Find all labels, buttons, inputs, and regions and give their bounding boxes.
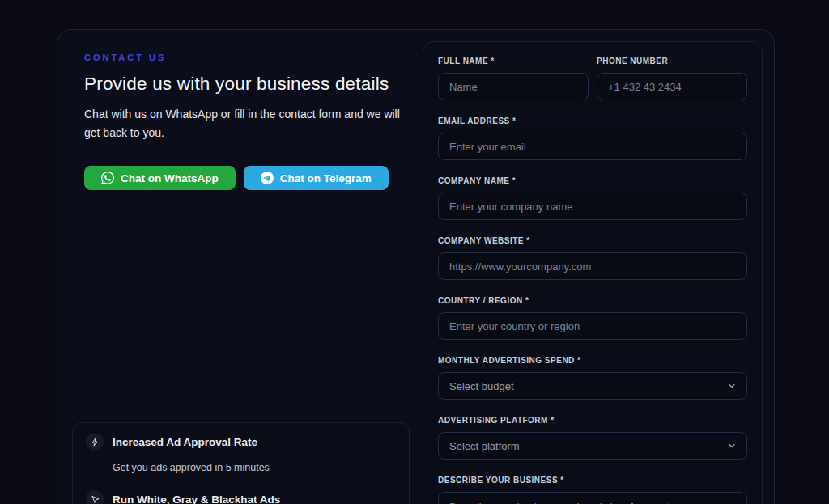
feature-item: Run White, Gray & Blackhat Ads	[86, 490, 396, 504]
ad-platform-label: ADVERTISING PLATFORM *	[438, 416, 747, 425]
page-title: Provide us with your business details	[84, 74, 424, 95]
ad-platform-select[interactable]: Select platform	[438, 432, 747, 460]
monthly-spend-label: MONTHLY ADVERTISING SPEND *	[438, 356, 747, 365]
company-name-label: COMPANY NAME *	[438, 176, 747, 185]
chevron-down-icon	[727, 441, 737, 451]
phone-number-input[interactable]	[597, 73, 747, 100]
whatsapp-icon	[101, 172, 114, 184]
chat-buttons: Chat on WhatsApp Chat on Telegram	[84, 166, 424, 190]
feature-title: Increased Ad Approval Rate	[113, 433, 270, 448]
chat-telegram-button[interactable]: Chat on Telegram	[244, 166, 389, 190]
contact-section: CONTACT US Provide us with your business…	[57, 29, 775, 504]
intro-description: Chat with us on WhatsApp or fill in the …	[84, 105, 406, 142]
country-region-input[interactable]	[438, 312, 747, 340]
email-label: EMAIL ADDRESS *	[438, 116, 747, 125]
monthly-spend-value: Select budget	[449, 380, 514, 392]
email-input[interactable]	[438, 133, 747, 160]
company-name-input[interactable]	[438, 193, 747, 220]
chat-telegram-label: Chat on Telegram	[280, 172, 372, 184]
contact-intro: CONTACT US Provide us with your business…	[84, 53, 424, 190]
cursor-icon	[86, 490, 104, 504]
feature-title: Run White, Gray & Blackhat Ads	[113, 490, 280, 504]
lightning-icon	[86, 433, 104, 451]
ad-platform-value: Select platform	[449, 440, 520, 452]
monthly-spend-select[interactable]: Select budget	[438, 372, 747, 400]
company-website-label: COMPANY WEBSITE *	[438, 236, 747, 245]
chat-whatsapp-button[interactable]: Chat on WhatsApp	[84, 166, 236, 190]
describe-business-label: DESCRIBE YOUR BUSINESS *	[438, 476, 747, 485]
contact-form: FULL NAME * PHONE NUMBER EMAIL ADDRESS *…	[423, 41, 763, 504]
telegram-icon	[261, 172, 274, 184]
full-name-input[interactable]	[438, 73, 589, 100]
country-region-label: COUNTRY / REGION *	[438, 296, 747, 305]
feature-subtitle: Get you ads approved in 5 minutes	[113, 462, 270, 473]
features-card: Increased Ad Approval Rate Get you ads a…	[72, 422, 410, 504]
eyebrow-label: CONTACT US	[84, 53, 424, 62]
full-name-label: FULL NAME *	[438, 57, 589, 66]
feature-item: Increased Ad Approval Rate Get you ads a…	[86, 433, 396, 473]
chat-whatsapp-label: Chat on WhatsApp	[121, 172, 219, 184]
phone-number-label: PHONE NUMBER	[597, 57, 747, 66]
company-website-input[interactable]	[438, 252, 747, 280]
describe-business-textarea[interactable]	[438, 492, 747, 504]
chevron-down-icon	[727, 381, 737, 391]
